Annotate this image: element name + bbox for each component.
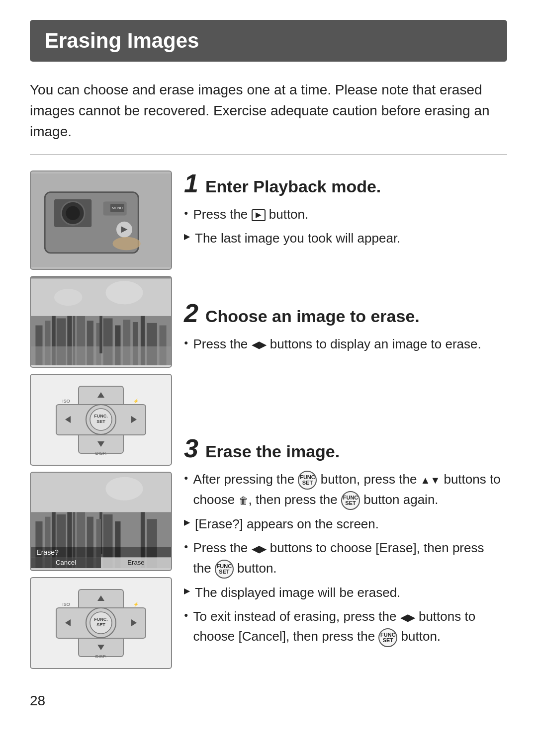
svg-text:⚡: ⚡ <box>133 601 139 607</box>
step2-controls-image: FUNC. SET ISO ⚡ DISP. <box>30 374 172 466</box>
svg-text:FUNC.: FUNC. <box>94 617 108 622</box>
svg-text:DISP.: DISP. <box>95 654 106 659</box>
content-area: MENU <box>30 170 507 669</box>
step-3-header: 3 Erase the image. <box>184 435 507 461</box>
trash-icon: 🗑 <box>239 493 249 508</box>
step-3-bullets: After pressing the FUNCSET button, press… <box>184 469 507 647</box>
svg-point-10 <box>113 237 141 250</box>
step-1-bullet-2: The last image you took will appear. <box>184 228 507 248</box>
svg-rect-65 <box>31 475 171 512</box>
ud-arrows-icon: ▲▼ <box>421 473 441 488</box>
func-icon-2: FUNCSET <box>341 491 360 510</box>
step-2-number: 2 <box>184 300 198 326</box>
svg-text:ISO: ISO <box>62 602 70 607</box>
svg-rect-32 <box>31 279 171 316</box>
step-3-bullet-5: To exit instead of erasing, press the ◀▶… <box>184 606 507 647</box>
step1-camera-image: MENU <box>30 170 172 270</box>
svg-text:MENU: MENU <box>112 206 123 210</box>
svg-text:DISP.: DISP. <box>95 451 106 456</box>
step-3-title: Erase the image. <box>205 442 340 461</box>
step-2-block: 2 Choose an image to erase. Press the ◀▶… <box>184 270 507 358</box>
svg-text:Erase: Erase <box>127 559 144 566</box>
step-1-bullet-1: Press the ▶ button. <box>184 204 507 224</box>
step-1-block: 1 Enter Playback mode. Press the ▶ butto… <box>184 170 507 252</box>
step-3-bullet-4: The displayed image will be erased. <box>184 583 507 602</box>
page-number: 28 <box>30 693 507 709</box>
step-3-bullet-3: Press the ◀▶ buttons to choose [Erase], … <box>184 538 507 578</box>
svg-text:⚡: ⚡ <box>133 398 139 404</box>
step-3-bullet-2: [Erase?] appears on the screen. <box>184 514 507 534</box>
func-icon-4: FUNCSET <box>378 628 397 647</box>
step-1-title: Enter Playback mode. <box>205 177 381 196</box>
step-2-bullet-1: Press the ◀▶ buttons to display an image… <box>184 334 507 354</box>
func-icon-3: FUNCSET <box>215 560 234 579</box>
svg-text:SET: SET <box>96 622 105 627</box>
step2-city-image <box>30 276 172 368</box>
svg-point-4 <box>66 206 80 220</box>
playback-icon: ▶ <box>252 209 266 221</box>
svg-point-66 <box>105 477 143 501</box>
svg-text:FUNC.: FUNC. <box>94 414 108 419</box>
step-3-number: 3 <box>184 435 198 461</box>
step-3-block: 3 Erase the image. After pressing the FU… <box>184 376 507 651</box>
svg-point-34 <box>54 289 82 306</box>
step-2-bullets: Press the ◀▶ buttons to display an image… <box>184 334 507 354</box>
lr-arrows-icon-3: ◀▶ <box>400 610 415 625</box>
step-1-bullets: Press the ▶ button. The last image you t… <box>184 204 507 249</box>
page-title-bar: Erasing Images <box>30 20 507 62</box>
page-title: Erasing Images <box>45 29 492 53</box>
svg-point-33 <box>105 281 143 304</box>
svg-text:SET: SET <box>96 419 105 424</box>
images-column: MENU <box>30 170 184 669</box>
lr-arrows-icon-2: ◀▶ <box>252 541 267 557</box>
step-1-number: 1 <box>184 170 198 196</box>
func-icon-1: FUNCSET <box>298 471 317 490</box>
dpad-graphic-2: FUNC. SET ISO ⚡ DISP. <box>46 585 156 662</box>
step3-controls-image: FUNC. SET ISO ⚡ DISP. <box>30 577 172 669</box>
intro-text: You can choose and erase images one at a… <box>30 80 507 155</box>
step-2-title: Choose an image to erase. <box>205 307 420 326</box>
dpad-graphic: FUNC. SET ISO ⚡ DISP. <box>46 381 156 458</box>
lr-arrows-icon-1: ◀▶ <box>252 337 267 352</box>
step-3-bullet-1: After pressing the FUNCSET button, press… <box>184 469 507 510</box>
step-1-header: 1 Enter Playback mode. <box>184 170 507 196</box>
svg-text:Erase?: Erase? <box>36 548 59 556</box>
svg-text:Cancel: Cancel <box>56 559 76 566</box>
step3-erase-screen-image: Erase? Cancel Erase <box>30 472 172 571</box>
step-2-header: 2 Choose an image to erase. <box>184 300 507 326</box>
steps-column: 1 Enter Playback mode. Press the ▶ butto… <box>184 170 507 669</box>
svg-text:ISO: ISO <box>62 399 70 404</box>
